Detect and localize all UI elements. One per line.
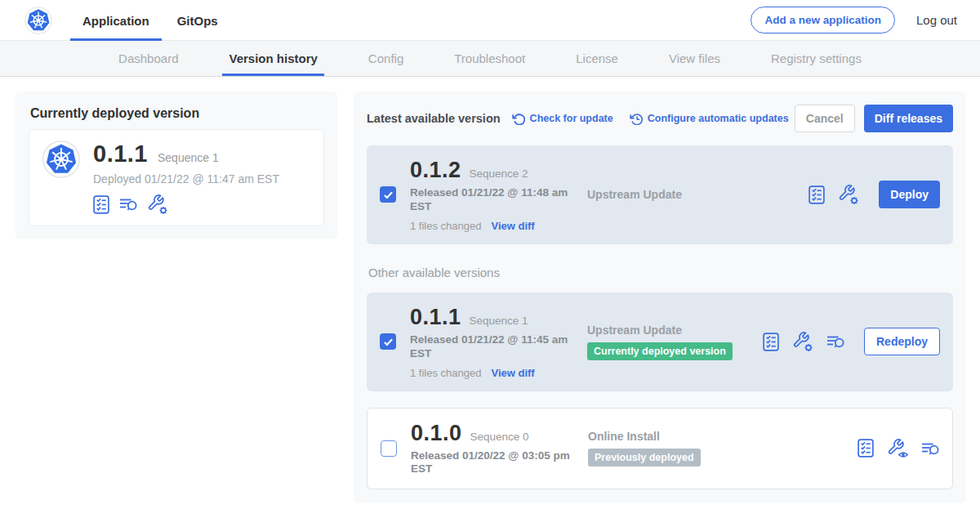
previously-deployed-badge: Previously deployed [588,449,701,467]
currently-deployed-badge: Currently deployed version [587,342,733,360]
deployed-version-number: 0.1.1 [93,141,148,167]
preflight-checks-icon[interactable] [763,333,779,351]
version-number: 0.1.1 [410,305,461,330]
config-view-icon[interactable] [887,438,908,459]
view-diff-link[interactable]: View diff [491,367,534,379]
subnav-view-files[interactable]: View files [662,41,727,76]
version-checkbox[interactable] [380,186,396,203]
version-sequence: Sequence 2 [470,167,528,180]
deployed-panel-title: Currently deployed version [30,106,324,121]
redeploy-button[interactable]: Redeploy [864,328,940,355]
check-for-update-link[interactable]: Check for update [512,112,613,125]
refresh-icon [512,112,525,125]
other-versions-heading: Other available versions [368,266,953,279]
deployed-timestamp: Deployed 01/21/22 @ 11:47 am EST [93,172,279,185]
configure-automatic-updates-link[interactable]: Configure automatic updates [630,112,789,125]
version-sequence: Sequence 0 [470,431,529,443]
cancel-button[interactable]: Cancel [795,105,855,132]
main-content: Currently deployed version 0.1.1 Sequenc… [0,77,980,517]
version-sequence: Sequence 1 [470,315,528,327]
tab-application[interactable]: Application [70,0,162,41]
subnav-license[interactable]: License [569,41,625,76]
version-checkbox[interactable] [380,333,396,350]
view-files-diff-icon[interactable] [826,335,844,348]
subnav-config[interactable]: Config [362,41,410,76]
version-history-panel: Latest available version Check for updat… [354,92,966,502]
clock-refresh-icon [630,112,643,125]
kubernetes-logo [24,7,52,34]
version-released-timestamp: Released 01/20/22 @ 03:05 pm EST [411,449,570,477]
latest-version-title: Latest available version [367,112,501,125]
version-released-timestamp: Released 01/21/22 @ 11:48 am EST [410,186,569,214]
preflight-checks-icon[interactable] [808,185,825,204]
subnav-dashboard[interactable]: Dashboard [112,41,185,76]
version-row-0.1.1: 0.1.1 Sequence 1 Released 01/21/22 @ 11:… [367,292,953,391]
diff-releases-button[interactable]: Diff releases [864,105,953,132]
subnav-version-history[interactable]: Version history [222,41,323,76]
config-wrench-icon[interactable] [147,194,168,215]
view-files-diff-icon[interactable] [921,442,939,455]
preflight-checks-icon[interactable] [858,439,874,458]
view-diff-link[interactable]: View diff [491,220,534,232]
tab-gitops[interactable]: GitOps [165,0,230,41]
preflight-checks-icon[interactable] [93,195,109,214]
version-released-timestamp: Released 01/21/22 @ 11:45 am EST [410,333,569,361]
version-row-0.1.0: 0.1.0 Sequence 0 Released 01/20/22 @ 03:… [367,408,953,490]
config-wrench-icon[interactable] [792,331,813,352]
top-navigation-bar: Application GitOps Add a new application… [0,0,980,41]
files-changed-label: 1 files changed [410,367,481,379]
version-source-label: Upstream Update [587,324,753,337]
logout-button[interactable]: Log out [911,13,957,27]
version-number: 0.1.2 [410,158,461,183]
version-number: 0.1.0 [411,421,462,446]
deployed-version-card: 0.1.1 Sequence 1 Deployed 01/21/22 @ 11:… [29,129,324,226]
config-wrench-icon[interactable] [838,184,859,205]
app-tabs: Application GitOps [70,0,234,41]
add-new-application-button[interactable]: Add a new application [751,7,895,33]
version-source-label: Online Install [588,430,848,443]
version-row-0.1.2: 0.1.2 Sequence 2 Released 01/21/22 @ 11:… [367,145,953,244]
currently-deployed-panel: Currently deployed version 0.1.1 Sequenc… [16,92,337,239]
app-icon [42,141,80,178]
deploy-button[interactable]: Deploy [879,181,940,208]
subnav-troubleshoot[interactable]: Troubleshoot [448,41,532,76]
app-subnav: Dashboard Version history Config Trouble… [0,41,980,77]
subnav-registry-settings[interactable]: Registry settings [764,41,868,76]
version-source-label: Upstream Update [587,188,799,201]
view-files-diff-icon[interactable] [119,198,137,211]
files-changed-label: 1 files changed [410,220,481,232]
deployed-sequence: Sequence 1 [158,151,219,164]
version-checkbox[interactable] [381,440,397,457]
